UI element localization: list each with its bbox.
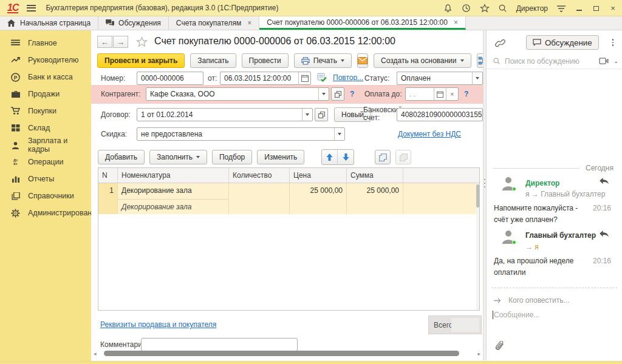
calendar-icon[interactable] bbox=[298, 72, 310, 84]
recurring-icon[interactable] bbox=[317, 73, 327, 82]
message-input[interactable]: Сообщение... bbox=[493, 311, 539, 319]
sidebar-item-purchases[interactable]: Покупки bbox=[0, 103, 91, 120]
copy-rows-button[interactable] bbox=[375, 150, 391, 164]
contract-input[interactable]: 1 от 01.02.2014 bbox=[137, 108, 313, 121]
horizontal-scrollbar[interactable]: ◂ ▸ bbox=[94, 350, 480, 357]
attach-file-icon[interactable] bbox=[495, 341, 505, 352]
comment-input[interactable] bbox=[141, 338, 298, 351]
cell-price[interactable]: 25 000,00 bbox=[290, 183, 347, 199]
sidebar-item-bank-cash[interactable]: Р Банк и касса bbox=[0, 69, 91, 86]
calendar-icon[interactable] bbox=[434, 88, 446, 100]
cell-quantity[interactable] bbox=[229, 183, 290, 199]
close-tab-icon[interactable]: × bbox=[247, 19, 251, 27]
sidebar-item-salary-hr[interactable]: Зарплата и кадры bbox=[0, 136, 91, 153]
number-input[interactable]: 0000-000006 bbox=[137, 72, 203, 85]
chevron-down-icon[interactable] bbox=[318, 88, 329, 100]
table-row[interactable]: 1 Декорирование зала 25 000,00 25 000,00 bbox=[98, 183, 479, 199]
notifications-bell-icon[interactable] bbox=[443, 4, 453, 13]
chevron-down-icon[interactable]: ⌄ bbox=[613, 58, 618, 64]
add-row-button[interactable]: Добавить bbox=[98, 150, 145, 164]
post-and-close-button[interactable]: Провести и закрыть bbox=[97, 53, 185, 68]
current-user-label[interactable]: Директор bbox=[516, 4, 548, 13]
reply-icon[interactable] bbox=[600, 178, 609, 185]
table-subrow[interactable]: Декорирование зала bbox=[98, 199, 479, 214]
seller-buyer-details-link[interactable]: Реквизиты продавца и покупателя bbox=[100, 320, 216, 329]
cell-nomenclature-note[interactable]: Декорирование зала bbox=[118, 199, 229, 214]
sidebar-item-administration[interactable]: Администрирование bbox=[0, 204, 91, 221]
edit-button[interactable]: Изменить bbox=[257, 150, 304, 164]
discussion-search-input[interactable] bbox=[505, 57, 599, 66]
col-price[interactable]: Цена bbox=[290, 168, 347, 183]
print-button[interactable]: Печать bbox=[294, 53, 352, 68]
close-tab-icon[interactable]: × bbox=[454, 18, 458, 27]
cell-extra[interactable] bbox=[403, 183, 479, 199]
cell-n[interactable]: 1 bbox=[98, 183, 118, 199]
reply-icon[interactable] bbox=[600, 231, 609, 238]
discussion-toggle-button[interactable]: Обсуждение bbox=[526, 35, 599, 50]
sidebar-item-main[interactable]: Главное bbox=[0, 35, 91, 52]
discussion-search[interactable]: ⌄ bbox=[487, 53, 622, 69]
message-author[interactable]: Директор bbox=[525, 179, 559, 187]
counterparty-input[interactable]: Кафе Сказка, ООО bbox=[146, 87, 329, 101]
pick-button[interactable]: Подбор bbox=[212, 150, 252, 164]
tab-home[interactable]: Начальная страница bbox=[0, 16, 98, 30]
tab-customer-invoices-list[interactable]: Счета покупателям × bbox=[169, 16, 259, 30]
discount-select[interactable]: не предоставлена bbox=[137, 127, 345, 141]
sidebar-item-operations[interactable]: ДтКт Операции bbox=[0, 153, 91, 170]
favorites-star-icon[interactable] bbox=[480, 4, 490, 13]
scroll-left-icon[interactable]: ◂ bbox=[94, 351, 97, 357]
pay-until-help[interactable]: ? bbox=[464, 90, 468, 98]
video-call-icon[interactable] bbox=[599, 58, 609, 64]
chevron-down-icon[interactable] bbox=[302, 109, 312, 121]
clear-icon[interactable]: × bbox=[446, 88, 458, 100]
fill-button[interactable]: Заполнить bbox=[149, 150, 207, 164]
notify-field[interactable]: Кого оповестить... bbox=[494, 296, 570, 305]
related-documents-button[interactable] bbox=[477, 53, 483, 68]
repeat-link[interactable]: Повтор... bbox=[333, 73, 363, 82]
sidebar-item-sales[interactable]: Продажи bbox=[0, 86, 91, 103]
post-button[interactable]: Провести bbox=[242, 53, 289, 68]
close-window-button[interactable]: × bbox=[609, 4, 617, 13]
history-icon[interactable] bbox=[462, 4, 471, 13]
counterparty-help[interactable]: ? bbox=[350, 90, 354, 98]
panel-menu-icon[interactable] bbox=[612, 39, 614, 46]
favorite-star-icon[interactable] bbox=[136, 36, 148, 47]
sidebar-item-directories[interactable]: Справочники bbox=[0, 187, 91, 204]
send-email-button[interactable] bbox=[357, 53, 368, 68]
chevron-down-icon[interactable] bbox=[334, 128, 344, 140]
minimize-button[interactable] bbox=[575, 4, 583, 13]
forward-button[interactable]: → bbox=[113, 36, 128, 48]
sidebar-item-manager[interactable]: Руководителю bbox=[0, 52, 91, 69]
scroll-right-icon[interactable]: ▸ bbox=[477, 351, 480, 357]
tab-discussions[interactable]: Обсуждения bbox=[98, 16, 169, 30]
save-button[interactable]: Записать bbox=[190, 53, 236, 68]
copy-link-icon[interactable] bbox=[495, 38, 505, 47]
pay-until-input[interactable]: . . × bbox=[405, 87, 459, 101]
chevron-down-icon[interactable] bbox=[472, 72, 482, 84]
service-menu-icon[interactable] bbox=[556, 4, 566, 13]
open-contract-button[interactable] bbox=[315, 108, 328, 121]
back-button[interactable]: ← bbox=[97, 36, 112, 48]
table-vertical-scrollbar[interactable] bbox=[476, 183, 479, 310]
cell-sum[interactable]: 25 000,00 bbox=[347, 183, 403, 199]
open-counterparty-button[interactable] bbox=[331, 87, 344, 101]
status-select[interactable]: Оплачен bbox=[397, 72, 483, 85]
maximize-button[interactable] bbox=[592, 4, 600, 13]
move-down-button[interactable] bbox=[338, 150, 354, 164]
paste-rows-button[interactable] bbox=[395, 150, 411, 164]
message-author[interactable]: Главный бухгалтер bbox=[525, 231, 596, 240]
scrollbar-thumb[interactable] bbox=[104, 351, 459, 356]
col-n[interactable]: N bbox=[98, 168, 118, 183]
no-vat-link[interactable]: Документ без НДС bbox=[398, 130, 461, 138]
tab-customer-invoice-document[interactable]: Счет покупателю 0000-000006 от 06.03.201… bbox=[259, 16, 466, 30]
main-menu-icon[interactable] bbox=[27, 5, 36, 12]
col-sum[interactable]: Сумма bbox=[347, 168, 403, 183]
sidebar-item-reports[interactable]: Отчеты bbox=[0, 170, 91, 187]
global-search-icon[interactable] bbox=[498, 4, 508, 13]
col-quantity[interactable]: Количество bbox=[229, 168, 290, 183]
cell-nomenclature[interactable]: Декорирование зала bbox=[118, 183, 229, 199]
bank-account-input[interactable]: 40802810900000003155, ОА bbox=[397, 108, 483, 121]
sidebar-item-warehouse[interactable]: Склад bbox=[0, 120, 91, 136]
date-input[interactable]: 06.03.2015 12:00:00 bbox=[220, 72, 311, 85]
move-up-button[interactable] bbox=[322, 150, 338, 164]
